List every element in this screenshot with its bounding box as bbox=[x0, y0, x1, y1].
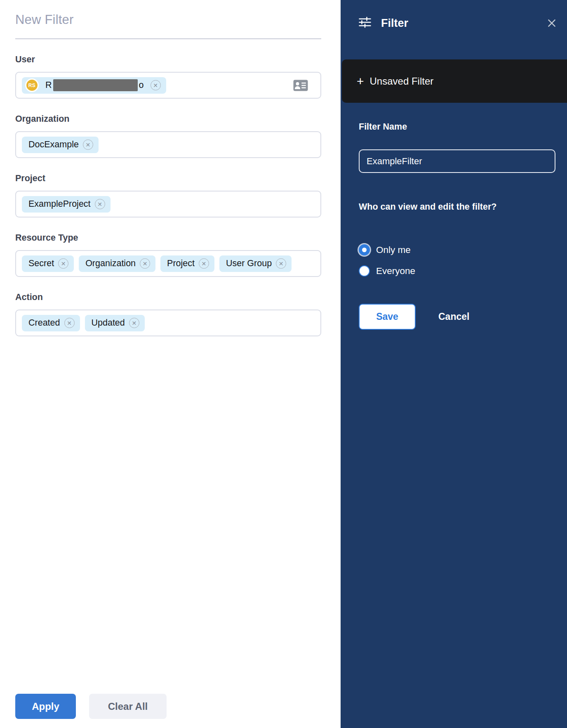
apply-button[interactable]: Apply bbox=[15, 694, 76, 719]
user-field[interactable]: RSRo✕ bbox=[15, 72, 321, 99]
radio-option-only-me[interactable]: Only me bbox=[359, 244, 555, 255]
filter-chip: Created✕ bbox=[22, 315, 80, 331]
chip-remove-icon[interactable]: ✕ bbox=[129, 318, 139, 328]
chip-remove-icon[interactable]: ✕ bbox=[140, 258, 150, 269]
user-avatar-icon: RS bbox=[25, 78, 39, 92]
filter-name-label: Filter Name bbox=[359, 122, 555, 132]
field-label-organization: Organization bbox=[15, 114, 321, 124]
project-field[interactable]: ExampleProject✕ bbox=[15, 191, 321, 217]
organization-field[interactable]: DocExample✕ bbox=[15, 131, 321, 158]
filter-chip: DocExample✕ bbox=[22, 137, 99, 153]
chip-label: Created bbox=[28, 318, 60, 328]
title-divider bbox=[15, 38, 321, 39]
chip-remove-icon[interactable]: ✕ bbox=[199, 258, 209, 269]
radio-label: Only me bbox=[376, 245, 411, 255]
save-button[interactable]: Save bbox=[359, 304, 416, 330]
user-chip-name: Ro bbox=[45, 79, 144, 91]
filter-chip: Secret✕ bbox=[22, 255, 74, 272]
chip-remove-icon[interactable]: ✕ bbox=[151, 80, 161, 90]
radio-label: Everyone bbox=[376, 266, 415, 277]
chip-remove-icon[interactable]: ✕ bbox=[95, 199, 105, 209]
drawer-actions: Save Cancel bbox=[359, 304, 555, 330]
field-label-project: Project bbox=[15, 173, 321, 184]
close-icon[interactable] bbox=[546, 18, 557, 28]
field-label-resource-type: Resource Type bbox=[15, 233, 321, 243]
chip-label: Project bbox=[167, 258, 195, 269]
chip-label: Secret bbox=[28, 258, 54, 269]
filter-chip: RSRo✕ bbox=[22, 77, 166, 94]
chip-label: DocExample bbox=[28, 139, 79, 150]
cancel-button[interactable]: Cancel bbox=[438, 311, 469, 322]
chip-label: ExampleProject bbox=[28, 199, 91, 209]
chip-label: Organization bbox=[85, 258, 136, 269]
action-field[interactable]: Created✕Updated✕ bbox=[15, 310, 321, 336]
filter-chip: Project✕ bbox=[160, 255, 214, 272]
redacted-name bbox=[53, 79, 138, 91]
chip-label: User Group bbox=[226, 258, 272, 269]
filter-chip: Organization✕ bbox=[79, 255, 155, 272]
visibility-question: Who can view and edit the filter? bbox=[359, 202, 555, 212]
unsaved-filter-bar[interactable]: + Unsaved Filter bbox=[342, 59, 567, 103]
filter-drawer: Filter + Unsaved Filter Filter Name Who … bbox=[341, 0, 567, 728]
resource-type-field[interactable]: Secret✕Organization✕Project✕User Group✕ bbox=[15, 250, 321, 277]
sliders-icon bbox=[357, 15, 373, 31]
drawer-title: Filter bbox=[381, 17, 408, 30]
drawer-body: Filter Name Who can view and edit the fi… bbox=[341, 122, 567, 330]
chip-remove-icon[interactable]: ✕ bbox=[58, 258, 68, 269]
unsaved-filter-label: Unsaved Filter bbox=[370, 76, 434, 87]
new-filter-panel: New Filter UserRSRo✕OrganizationDocExamp… bbox=[0, 0, 341, 728]
visibility-radio-group: Only meEveryone bbox=[359, 244, 555, 277]
filter-chip: ExampleProject✕ bbox=[22, 196, 111, 213]
contact-card-icon[interactable] bbox=[293, 80, 308, 91]
radio-selected-icon[interactable] bbox=[359, 244, 370, 255]
filter-chip: Updated✕ bbox=[85, 315, 145, 331]
drawer-header: Filter bbox=[341, 0, 567, 31]
page-title: New Filter bbox=[15, 12, 321, 27]
filter-name-input[interactable] bbox=[359, 149, 555, 173]
chip-remove-icon[interactable]: ✕ bbox=[64, 318, 75, 328]
filter-chip: User Group✕ bbox=[219, 255, 292, 272]
chip-label: Updated bbox=[92, 318, 125, 328]
radio-option-everyone[interactable]: Everyone bbox=[359, 265, 555, 277]
field-label-action: Action bbox=[15, 292, 321, 303]
chip-remove-icon[interactable]: ✕ bbox=[276, 258, 286, 269]
clear-all-button[interactable]: Clear All bbox=[89, 694, 167, 719]
plus-icon: + bbox=[357, 75, 364, 87]
chip-remove-icon[interactable]: ✕ bbox=[83, 139, 93, 150]
left-footer: Apply Clear All bbox=[15, 694, 167, 719]
filter-field-groups: UserRSRo✕OrganizationDocExample✕ProjectE… bbox=[15, 54, 321, 336]
radio-unselected-icon[interactable] bbox=[359, 265, 370, 277]
field-label-user: User bbox=[15, 54, 321, 65]
